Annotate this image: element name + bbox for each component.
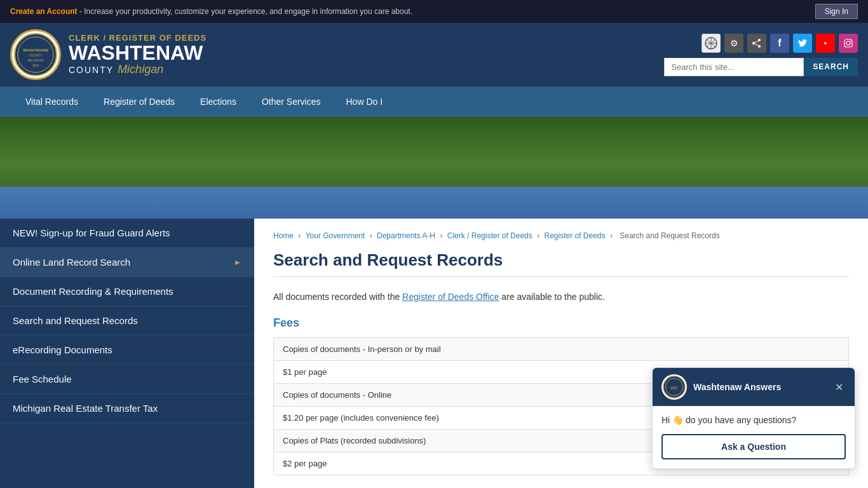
- breadcrumb-departments[interactable]: Departments A-H: [377, 231, 435, 240]
- sidebar-item-land-record[interactable]: Online Land Record Search ►: [0, 248, 254, 277]
- sidebar-item-label: eRecording Documents: [13, 344, 112, 355]
- top-bar: Create an Account - Increase your produc…: [0, 0, 868, 23]
- sidebar: NEW! Sign-up for Fraud Guard Alerts Onli…: [0, 219, 254, 488]
- breadcrumb-home[interactable]: Home: [273, 231, 294, 240]
- logo-script: Michigan: [118, 63, 163, 76]
- chat-header: WC Washtenaw Answers ✕: [653, 368, 855, 406]
- svg-text:MICHIGAN: MICHIGAN: [28, 58, 44, 62]
- chat-title: Washtenaw Answers: [693, 382, 781, 392]
- register-deeds-link[interactable]: Register of Deeds Office: [402, 292, 499, 302]
- header-icons: ⚙ f: [702, 34, 858, 53]
- ask-question-button[interactable]: Ask a Question: [661, 434, 846, 459]
- facebook-icon[interactable]: f: [770, 34, 789, 53]
- county-seal: WASHTENAW COUNTY MICHIGAN 1826: [10, 29, 61, 80]
- sidebar-item-label: Fee Schedule: [13, 374, 72, 384]
- page-title: Search and Request Records: [273, 250, 849, 277]
- logo-main2: COUNTY: [69, 65, 114, 75]
- share-icon[interactable]: [747, 34, 766, 53]
- sidebar-item-erecording[interactable]: eRecording Documents: [0, 336, 254, 365]
- svg-rect-13: [844, 39, 852, 47]
- svg-text:WC: WC: [670, 385, 678, 391]
- hero-image: [0, 117, 868, 219]
- sidebar-item-transfer-tax[interactable]: Michigan Real Estate Transfer Tax: [0, 394, 254, 423]
- svg-line-10: [754, 41, 759, 43]
- svg-point-14: [846, 41, 850, 45]
- sidebar-item-search-records[interactable]: Search and Request Records: [0, 306, 254, 336]
- county-gov-icon[interactable]: [702, 34, 721, 53]
- header-right: ⚙ f SEARCH: [219, 34, 858, 76]
- nav-bar: Vital Records Register of Deeds Election…: [0, 86, 868, 117]
- sign-in-button[interactable]: Sign In: [815, 4, 858, 19]
- breadcrumb-register[interactable]: Register of Deeds: [544, 231, 605, 240]
- logo-text: CLERK / REGISTER OF DEEDS WASHTENAW COUN…: [69, 33, 207, 76]
- svg-line-11: [754, 44, 759, 46]
- svg-text:1826: 1826: [32, 64, 39, 67]
- logo-area: WASHTENAW COUNTY MICHIGAN 1826 CLERK / R…: [10, 29, 207, 80]
- nav-vital-records[interactable]: Vital Records: [13, 86, 91, 117]
- chat-close-button[interactable]: ✕: [832, 381, 846, 393]
- arrow-icon: ►: [234, 258, 241, 267]
- nav-elections[interactable]: Elections: [187, 86, 249, 117]
- svg-text:COUNTY: COUNTY: [29, 53, 43, 57]
- youtube-icon[interactable]: [816, 34, 835, 53]
- fees-heading: Fees: [273, 316, 849, 330]
- search-bar: SEARCH: [664, 58, 858, 76]
- chat-greeting: Hi 👋 do you have any questions?: [661, 415, 846, 425]
- breadcrumb-your-gov[interactable]: Your Government: [306, 231, 365, 240]
- top-bar-tagline: - Increase your productivity, customize …: [79, 7, 412, 16]
- gear-glyph: ⚙: [730, 38, 738, 48]
- search-button[interactable]: SEARCH: [804, 58, 858, 76]
- sidebar-item-fee-schedule[interactable]: Fee Schedule: [0, 365, 254, 394]
- nav-other-services[interactable]: Other Services: [249, 86, 334, 117]
- breadcrumb: Home › Your Government › Departments A-H…: [273, 231, 849, 240]
- header: WASHTENAW COUNTY MICHIGAN 1826 CLERK / R…: [0, 23, 868, 86]
- nav-register-of-deeds[interactable]: Register of Deeds: [91, 86, 187, 117]
- twitter-icon[interactable]: [793, 34, 812, 53]
- svg-text:WASHTENAW: WASHTENAW: [23, 48, 48, 52]
- table-row: Copies of documents - In-person or by ma…: [274, 338, 849, 361]
- chat-body: Hi 👋 do you have any questions? Ask a Qu…: [653, 406, 855, 468]
- breadcrumb-clerk[interactable]: Clerk / Register of Deeds: [447, 231, 532, 240]
- table-cell: Copies of documents - In-person or by ma…: [274, 338, 849, 361]
- sidebar-item-label: Online Land Record Search: [13, 257, 130, 268]
- breadcrumb-current: Search and Request Records: [620, 231, 719, 240]
- sidebar-item-label: Search and Request Records: [13, 315, 138, 326]
- sidebar-item-doc-recording[interactable]: Document Recording & Requirements: [0, 277, 254, 306]
- sidebar-item-fraud-guard[interactable]: NEW! Sign-up for Fraud Guard Alerts: [0, 219, 254, 248]
- sidebar-item-label: Document Recording & Requirements: [13, 286, 173, 297]
- sidebar-item-label: NEW! Sign-up for Fraud Guard Alerts: [13, 227, 170, 238]
- nav-how-do-i[interactable]: How Do I: [333, 86, 395, 117]
- chat-widget: WC Washtenaw Answers ✕ Hi 👋 do you have …: [652, 367, 855, 469]
- search-input[interactable]: [664, 58, 804, 76]
- svg-point-15: [850, 40, 851, 41]
- intro-text: All documents recorded with the Register…: [273, 290, 849, 304]
- sidebar-item-label: Michigan Real Estate Transfer Tax: [13, 403, 158, 414]
- logo-main1: WASHTENAW: [69, 43, 207, 63]
- settings-icon[interactable]: ⚙: [724, 34, 743, 53]
- chat-logo: WC: [661, 374, 687, 400]
- create-account-link[interactable]: Create an Account: [10, 7, 78, 16]
- instagram-icon[interactable]: [839, 34, 858, 53]
